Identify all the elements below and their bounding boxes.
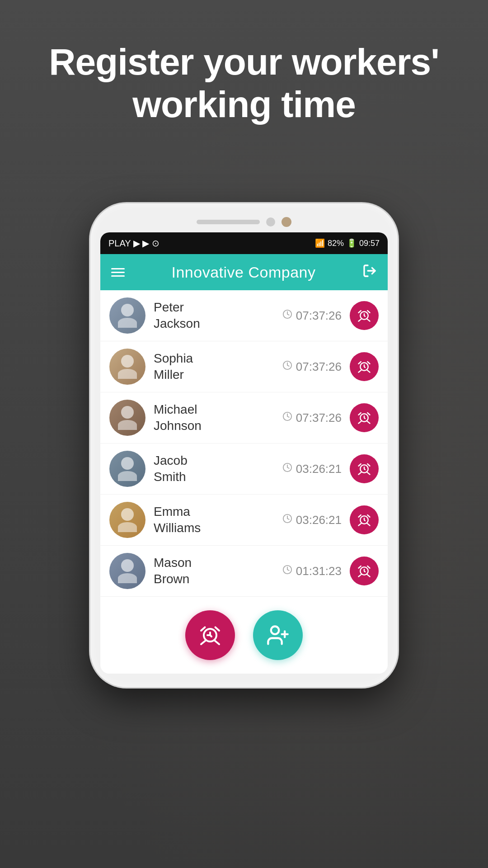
avatar-body: [118, 369, 137, 379]
time-clock-icon: [282, 411, 292, 424]
worker-list: PeterJackson 07:37:26: [100, 290, 388, 597]
fab-alarm-button[interactable]: [185, 610, 235, 660]
phone-dot: [266, 217, 275, 226]
worker-list-item: MichaelJohnson 07:37:26: [100, 392, 388, 443]
worker-name: PeterJackson: [154, 299, 266, 332]
time-clock-icon: [282, 309, 292, 322]
svg-line-11: [359, 362, 361, 364]
worker-avatar: [109, 400, 145, 436]
svg-line-28: [359, 523, 362, 526]
time-value: 07:37:26: [296, 411, 342, 425]
svg-line-18: [367, 413, 370, 415]
time-value: 03:26:21: [296, 513, 342, 527]
avatar-person-shape: [118, 355, 137, 379]
avatar-head: [121, 406, 134, 419]
avatar-person-shape: [118, 457, 137, 481]
avatar-person-shape: [118, 304, 137, 328]
hamburger-menu-button[interactable]: [111, 268, 125, 277]
time-clock-icon: [282, 514, 292, 526]
hero-title: Register your workers' working time: [18, 41, 470, 126]
avatar-inner: [109, 297, 145, 334]
time-clock-icon: [282, 360, 292, 373]
svg-line-36: [367, 566, 370, 568]
svg-line-29: [359, 515, 361, 517]
svg-line-6: [367, 311, 370, 313]
svg-line-34: [359, 574, 362, 577]
avatar-body: [118, 522, 137, 532]
svg-line-33: [367, 574, 370, 577]
svg-line-4: [359, 319, 362, 321]
svg-line-21: [367, 472, 370, 475]
svg-line-10: [359, 370, 362, 373]
signal-icon: 📶: [315, 238, 325, 248]
svg-line-40: [201, 627, 205, 631]
avatar-head: [121, 559, 134, 572]
avatar-body: [118, 471, 137, 481]
avatar-body: [118, 318, 137, 328]
time-clock-icon: [282, 462, 292, 475]
worker-time: 07:37:26: [274, 309, 342, 323]
phone-mockup: PLAY ▶ ▶ ⊙ 📶 82% 🔋 09:57 Innovative Comp…: [90, 203, 398, 687]
avatar-head: [121, 457, 134, 470]
svg-line-16: [359, 421, 362, 424]
svg-line-24: [367, 464, 370, 466]
hamburger-line-3: [111, 275, 125, 277]
battery-percent: 82%: [328, 239, 344, 248]
worker-time: 01:31:23: [274, 564, 342, 578]
avatar-inner: [109, 451, 145, 487]
logout-button[interactable]: [362, 264, 377, 281]
time-value: 07:37:26: [296, 360, 342, 374]
worker-list-item: EmmaWilliams 03:26:21: [100, 495, 388, 546]
avatar-head: [121, 508, 134, 521]
phone-screen: PLAY ▶ ▶ ⊙ 📶 82% 🔋 09:57 Innovative Comp…: [100, 232, 388, 674]
worker-alarm-button[interactable]: [350, 454, 379, 483]
avatar-body: [118, 420, 137, 430]
svg-line-41: [216, 627, 219, 631]
worker-list-item: SophiaMiller 07:37:26: [100, 341, 388, 392]
battery-icon: 🔋: [347, 238, 357, 248]
worker-alarm-button[interactable]: [350, 352, 379, 381]
worker-avatar: [109, 451, 145, 487]
hero-section: Register your workers' working time: [0, 41, 488, 126]
avatar-inner: [109, 553, 145, 589]
avatar-body: [118, 573, 137, 583]
worker-name: MichaelJohnson: [154, 401, 266, 434]
worker-alarm-button[interactable]: [350, 557, 379, 585]
worker-time: 07:37:26: [274, 411, 342, 425]
worker-avatar: [109, 502, 145, 538]
worker-list-item: MasonBrown 01:31:23: [100, 546, 388, 597]
notification-icons: PLAY ▶ ▶ ⊙: [108, 238, 160, 249]
worker-name: MasonBrown: [154, 555, 266, 588]
phone-camera: [282, 217, 291, 227]
time-value: 07:37:26: [296, 309, 342, 323]
worker-avatar: [109, 349, 145, 385]
worker-alarm-button[interactable]: [350, 301, 379, 330]
svg-line-27: [367, 523, 370, 526]
time-value: 03:26:21: [296, 462, 342, 476]
svg-line-12: [367, 362, 370, 364]
avatar-inner: [109, 400, 145, 436]
worker-time: 07:37:26: [274, 360, 342, 374]
fab-add-worker-button[interactable]: [253, 610, 303, 660]
svg-line-17: [359, 413, 361, 415]
avatar-head: [121, 355, 134, 368]
hamburger-line-1: [111, 268, 125, 269]
svg-line-5: [359, 311, 361, 313]
svg-line-30: [367, 515, 370, 517]
svg-line-23: [359, 464, 361, 466]
worker-alarm-button[interactable]: [350, 505, 379, 534]
worker-list-item: JacobSmith 03:26:21: [100, 443, 388, 495]
avatar-head: [121, 304, 134, 316]
status-bar-left: PLAY ▶ ▶ ⊙: [108, 238, 160, 249]
worker-list-item: PeterJackson 07:37:26: [100, 290, 388, 341]
svg-line-22: [359, 472, 362, 475]
worker-time: 03:26:21: [274, 462, 342, 476]
app-title: Innovative Company: [172, 264, 316, 281]
phone-top-bar: [100, 217, 388, 227]
svg-line-35: [359, 566, 361, 568]
worker-alarm-button[interactable]: [350, 403, 379, 432]
phone-outer-shell: PLAY ▶ ▶ ⊙ 📶 82% 🔋 09:57 Innovative Comp…: [90, 203, 398, 687]
avatar-person-shape: [118, 406, 137, 430]
time-value: 01:31:23: [296, 564, 342, 578]
svg-line-38: [214, 640, 219, 644]
